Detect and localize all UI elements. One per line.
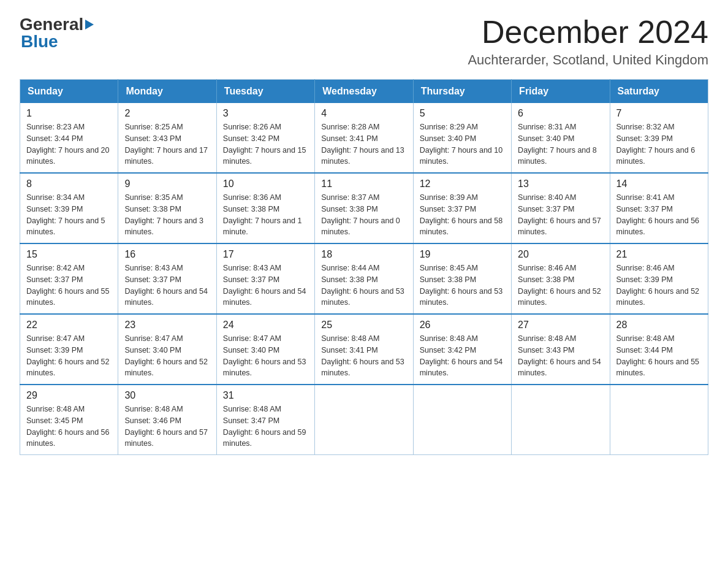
day-number: 17 bbox=[223, 249, 308, 260]
day-number: 4 bbox=[321, 108, 406, 119]
calendar-cell: 26Sunrise: 8:48 AMSunset: 3:42 PMDayligh… bbox=[413, 314, 511, 385]
day-info: Sunrise: 8:28 AMSunset: 3:41 PMDaylight:… bbox=[321, 121, 406, 167]
calendar-cell: 23Sunrise: 8:47 AMSunset: 3:40 PMDayligh… bbox=[118, 314, 216, 385]
calendar-cell: 20Sunrise: 8:46 AMSunset: 3:38 PMDayligh… bbox=[512, 243, 610, 314]
calendar-cell: 24Sunrise: 8:47 AMSunset: 3:40 PMDayligh… bbox=[216, 314, 314, 385]
logo: General Blue bbox=[20, 15, 94, 52]
day-number: 7 bbox=[616, 108, 702, 119]
day-number: 15 bbox=[26, 249, 112, 260]
day-number: 30 bbox=[124, 390, 210, 401]
day-number: 14 bbox=[616, 178, 702, 190]
day-number: 18 bbox=[321, 249, 406, 260]
day-info: Sunrise: 8:37 AMSunset: 3:38 PMDaylight:… bbox=[321, 192, 406, 238]
calendar-cell: 30Sunrise: 8:48 AMSunset: 3:46 PMDayligh… bbox=[118, 385, 216, 455]
day-info: Sunrise: 8:48 AMSunset: 3:45 PMDaylight:… bbox=[26, 404, 112, 450]
calendar-cell: 28Sunrise: 8:48 AMSunset: 3:44 PMDayligh… bbox=[610, 314, 708, 385]
calendar-week-row-2: 8Sunrise: 8:34 AMSunset: 3:39 PMDaylight… bbox=[20, 173, 708, 243]
calendar-cell bbox=[413, 385, 511, 455]
day-info: Sunrise: 8:23 AMSunset: 3:44 PMDaylight:… bbox=[26, 121, 112, 167]
weekday-header-saturday: Saturday bbox=[610, 80, 708, 104]
day-number: 29 bbox=[26, 390, 112, 401]
calendar-cell bbox=[610, 385, 708, 455]
title-area: December 2024 Auchterarder, Scotland, Un… bbox=[468, 15, 708, 68]
calendar-cell: 6Sunrise: 8:31 AMSunset: 3:40 PMDaylight… bbox=[512, 103, 610, 173]
day-number: 11 bbox=[321, 178, 406, 190]
day-info: Sunrise: 8:26 AMSunset: 3:42 PMDaylight:… bbox=[223, 121, 308, 167]
day-info: Sunrise: 8:47 AMSunset: 3:40 PMDaylight:… bbox=[124, 333, 210, 379]
calendar-cell: 19Sunrise: 8:45 AMSunset: 3:38 PMDayligh… bbox=[413, 243, 511, 314]
calendar-cell: 8Sunrise: 8:34 AMSunset: 3:39 PMDaylight… bbox=[20, 173, 118, 243]
day-info: Sunrise: 8:29 AMSunset: 3:40 PMDaylight:… bbox=[420, 121, 505, 167]
day-info: Sunrise: 8:36 AMSunset: 3:38 PMDaylight:… bbox=[223, 192, 308, 238]
day-info: Sunrise: 8:25 AMSunset: 3:43 PMDaylight:… bbox=[124, 121, 210, 167]
day-info: Sunrise: 8:34 AMSunset: 3:39 PMDaylight:… bbox=[26, 192, 112, 238]
day-info: Sunrise: 8:47 AMSunset: 3:39 PMDaylight:… bbox=[26, 333, 112, 379]
calendar-table: SundayMondayTuesdayWednesdayThursdayFrid… bbox=[20, 79, 708, 455]
day-info: Sunrise: 8:35 AMSunset: 3:38 PMDaylight:… bbox=[124, 192, 210, 238]
calendar-week-row-5: 29Sunrise: 8:48 AMSunset: 3:45 PMDayligh… bbox=[20, 385, 708, 455]
weekday-header-tuesday: Tuesday bbox=[216, 80, 314, 104]
location-subtitle: Auchterarder, Scotland, United Kingdom bbox=[468, 52, 708, 68]
day-info: Sunrise: 8:39 AMSunset: 3:37 PMDaylight:… bbox=[420, 192, 505, 238]
calendar-cell: 10Sunrise: 8:36 AMSunset: 3:38 PMDayligh… bbox=[216, 173, 314, 243]
day-number: 26 bbox=[420, 320, 505, 331]
calendar-body: 1Sunrise: 8:23 AMSunset: 3:44 PMDaylight… bbox=[20, 103, 708, 455]
weekday-header-wednesday: Wednesday bbox=[315, 80, 413, 104]
weekday-header-sunday: Sunday bbox=[20, 80, 118, 104]
calendar-cell: 22Sunrise: 8:47 AMSunset: 3:39 PMDayligh… bbox=[20, 314, 118, 385]
day-number: 16 bbox=[124, 249, 210, 260]
calendar-cell: 16Sunrise: 8:43 AMSunset: 3:37 PMDayligh… bbox=[118, 243, 216, 314]
calendar-cell: 13Sunrise: 8:40 AMSunset: 3:37 PMDayligh… bbox=[512, 173, 610, 243]
calendar-week-row-3: 15Sunrise: 8:42 AMSunset: 3:37 PMDayligh… bbox=[20, 243, 708, 314]
day-info: Sunrise: 8:31 AMSunset: 3:40 PMDaylight:… bbox=[518, 121, 603, 167]
day-number: 13 bbox=[518, 178, 603, 190]
day-info: Sunrise: 8:48 AMSunset: 3:46 PMDaylight:… bbox=[124, 404, 210, 450]
day-info: Sunrise: 8:48 AMSunset: 3:41 PMDaylight:… bbox=[321, 333, 406, 379]
calendar-cell: 21Sunrise: 8:46 AMSunset: 3:39 PMDayligh… bbox=[610, 243, 708, 314]
calendar-cell: 29Sunrise: 8:48 AMSunset: 3:45 PMDayligh… bbox=[20, 385, 118, 455]
day-number: 9 bbox=[124, 178, 210, 190]
weekday-header-thursday: Thursday bbox=[413, 80, 511, 104]
calendar-cell: 25Sunrise: 8:48 AMSunset: 3:41 PMDayligh… bbox=[315, 314, 413, 385]
calendar-cell: 11Sunrise: 8:37 AMSunset: 3:38 PMDayligh… bbox=[315, 173, 413, 243]
calendar-cell: 18Sunrise: 8:44 AMSunset: 3:38 PMDayligh… bbox=[315, 243, 413, 314]
calendar-cell: 4Sunrise: 8:28 AMSunset: 3:41 PMDaylight… bbox=[315, 103, 413, 173]
calendar-cell bbox=[315, 385, 413, 455]
day-info: Sunrise: 8:48 AMSunset: 3:43 PMDaylight:… bbox=[518, 333, 603, 379]
calendar-cell: 7Sunrise: 8:32 AMSunset: 3:39 PMDaylight… bbox=[610, 103, 708, 173]
day-number: 25 bbox=[321, 320, 406, 331]
day-info: Sunrise: 8:40 AMSunset: 3:37 PMDaylight:… bbox=[518, 192, 603, 238]
weekday-header-monday: Monday bbox=[118, 80, 216, 104]
day-number: 5 bbox=[420, 108, 505, 119]
calendar-cell: 9Sunrise: 8:35 AMSunset: 3:38 PMDaylight… bbox=[118, 173, 216, 243]
day-number: 19 bbox=[420, 249, 505, 260]
day-number: 8 bbox=[26, 178, 112, 190]
day-info: Sunrise: 8:32 AMSunset: 3:39 PMDaylight:… bbox=[616, 121, 702, 167]
calendar-cell: 2Sunrise: 8:25 AMSunset: 3:43 PMDaylight… bbox=[118, 103, 216, 173]
calendar-header: SundayMondayTuesdayWednesdayThursdayFrid… bbox=[20, 80, 708, 104]
day-number: 3 bbox=[223, 108, 308, 119]
day-info: Sunrise: 8:46 AMSunset: 3:39 PMDaylight:… bbox=[616, 262, 702, 308]
page-header: General Blue December 2024 Auchterarder,… bbox=[20, 15, 708, 68]
day-number: 27 bbox=[518, 320, 603, 331]
day-number: 24 bbox=[223, 320, 308, 331]
day-number: 2 bbox=[124, 108, 210, 119]
calendar-week-row-4: 22Sunrise: 8:47 AMSunset: 3:39 PMDayligh… bbox=[20, 314, 708, 385]
day-number: 6 bbox=[518, 108, 603, 119]
day-info: Sunrise: 8:43 AMSunset: 3:37 PMDaylight:… bbox=[223, 262, 308, 308]
calendar-cell: 15Sunrise: 8:42 AMSunset: 3:37 PMDayligh… bbox=[20, 243, 118, 314]
weekday-header-friday: Friday bbox=[512, 80, 610, 104]
day-number: 10 bbox=[223, 178, 308, 190]
day-info: Sunrise: 8:48 AMSunset: 3:47 PMDaylight:… bbox=[223, 404, 308, 450]
day-info: Sunrise: 8:47 AMSunset: 3:40 PMDaylight:… bbox=[223, 333, 308, 379]
day-number: 31 bbox=[223, 390, 308, 401]
day-number: 20 bbox=[518, 249, 603, 260]
day-info: Sunrise: 8:45 AMSunset: 3:38 PMDaylight:… bbox=[420, 262, 505, 308]
day-number: 23 bbox=[124, 320, 210, 331]
weekday-header-row: SundayMondayTuesdayWednesdayThursdayFrid… bbox=[20, 80, 708, 104]
day-info: Sunrise: 8:48 AMSunset: 3:42 PMDaylight:… bbox=[420, 333, 505, 379]
logo-arrow-icon bbox=[85, 20, 94, 29]
day-info: Sunrise: 8:44 AMSunset: 3:38 PMDaylight:… bbox=[321, 262, 406, 308]
calendar-cell: 27Sunrise: 8:48 AMSunset: 3:43 PMDayligh… bbox=[512, 314, 610, 385]
day-number: 28 bbox=[616, 320, 702, 331]
